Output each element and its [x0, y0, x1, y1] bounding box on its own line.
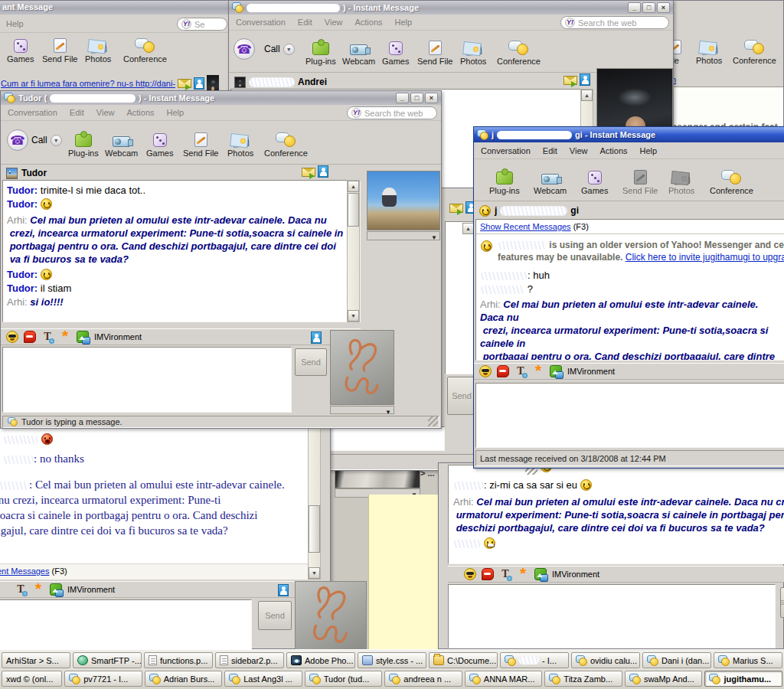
conversation-scrollbar[interactable]: ▲ ▼ — [347, 180, 360, 322]
message-input[interactable] — [448, 584, 776, 648]
search-web-box[interactable]: Y!Se — [177, 18, 227, 31]
maximize-button[interactable]: □ — [410, 93, 423, 103]
taskbar-button-adrian[interactable]: Adrian Burs... — [145, 671, 223, 687]
toolbar-call[interactable]: ☎Call▼ — [7, 129, 62, 151]
menu-help[interactable]: Help — [6, 19, 24, 28]
buddy-icon[interactable] — [318, 165, 328, 178]
taskbar-button-functions[interactable]: functions.p... — [144, 652, 213, 668]
envelope-icon[interactable] — [449, 204, 463, 213]
taskbar-button-xwd[interactable]: xwd © (onl... — [2, 671, 62, 687]
font-icon[interactable]: T — [15, 583, 27, 596]
toolbar-send-file[interactable]: Send File — [417, 37, 452, 66]
send-button-partial[interactable]: Send — [780, 587, 784, 618]
scroll-up-button[interactable]: ▲ — [348, 181, 359, 192]
toolbar-plugins[interactable]: Plug-ins — [489, 166, 520, 195]
toolbar-photos[interactable]: Photos — [460, 37, 486, 66]
menu-view[interactable]: View — [96, 108, 115, 117]
taskbar-button-anna[interactable]: ANNA MAR... — [465, 671, 543, 687]
toolbar-webcam[interactable]: Webcam — [342, 37, 375, 66]
close-button[interactable]: × — [425, 93, 438, 103]
toolbar-conference[interactable]: Conference — [123, 34, 167, 64]
send-button[interactable]: Send — [295, 348, 327, 376]
toolbar-webcam[interactable]: Webcam — [534, 166, 567, 195]
buzz-icon[interactable]: * — [517, 568, 529, 580]
status-message-link[interactable]: Cum ar fi lumea fara omenire? nu-s http:… — [1, 79, 175, 88]
title-bar[interactable]: ant Message — [0, 1, 229, 15]
message-input[interactable] — [2, 347, 292, 413]
toolbar-photos[interactable]: Photos — [85, 34, 111, 64]
scrollbar-thumb[interactable] — [348, 193, 359, 227]
minimize-button[interactable]: _ — [628, 2, 641, 13]
menu-conversation[interactable]: Conversation — [236, 18, 286, 27]
taskbar-button-lastang3l[interactable]: Last Ang3l ... — [224, 671, 302, 687]
search-web-box[interactable]: Y!Search the web — [560, 16, 669, 29]
conversation-scrollbar[interactable]: ▼ — [308, 425, 321, 580]
font-icon[interactable]: T — [41, 331, 54, 343]
taskbar-button-swamp[interactable]: swaMp And... — [625, 671, 703, 687]
send-button[interactable]: Send — [447, 377, 476, 415]
font-icon[interactable]: T — [499, 568, 511, 580]
toolbar-games[interactable]: Games — [581, 166, 608, 195]
photo-dropdown-row[interactable]: ▼ — [367, 231, 440, 240]
call-dropdown[interactable]: ▼ — [51, 135, 62, 146]
taskbar-button-arhistar[interactable]: ArhiStar > S... — [2, 652, 70, 668]
menu-conversation[interactable]: Conversation — [481, 146, 531, 155]
toolbar-games[interactable]: Games — [382, 37, 409, 66]
toolbar-games[interactable]: Games — [146, 129, 173, 158]
taskbar-button-smartftp[interactable]: SmartFTP -... — [73, 652, 142, 668]
toolbar-plugins[interactable]: Plug-ins — [305, 37, 336, 66]
menu-actions[interactable]: Actions — [354, 18, 382, 27]
imvironment-icon[interactable] — [550, 365, 562, 377]
search-web-box[interactable]: Y!Search the web — [347, 106, 437, 119]
toolbar-conference[interactable]: Conference — [264, 129, 308, 158]
toolbar-conference[interactable]: Conference — [710, 166, 753, 195]
title-bar[interactable]: j gi - Instant Message — [474, 127, 784, 142]
toolbar-photos[interactable]: Photos — [696, 36, 722, 65]
taskbar-button-dani[interactable]: Dani i (dan... — [642, 652, 711, 668]
message-input[interactable] — [475, 383, 784, 448]
recent-messages-link[interactable]: ent Messages — [0, 567, 49, 576]
menu-view[interactable]: View — [325, 18, 343, 27]
close-button[interactable]: × — [657, 2, 670, 13]
audibles-icon[interactable] — [482, 568, 494, 580]
call-dropdown[interactable]: ▼ — [283, 44, 295, 55]
photo-dropdown-row[interactable]: ▼ — [330, 406, 394, 414]
envelope-icon[interactable] — [178, 79, 191, 88]
menu-help[interactable]: Help — [640, 146, 658, 155]
buzz-icon[interactable]: * — [532, 365, 544, 377]
buddy-icon[interactable] — [580, 73, 590, 86]
envelope-icon[interactable] — [302, 168, 315, 177]
taskbar-button-tudor[interactable]: Tudor (tud... — [305, 671, 383, 687]
menu-edit[interactable]: Edit — [543, 146, 557, 155]
taskbar-button-jugithamugi-active[interactable]: jugithamu... — [704, 671, 782, 687]
menu-help[interactable]: Help — [167, 108, 185, 117]
emoticon-picker-icon[interactable] — [479, 365, 492, 377]
menu-help[interactable]: Help — [395, 18, 413, 27]
toolbar-send-file[interactable]: Send File — [42, 34, 77, 64]
toolbar-plugins[interactable]: Plug-ins — [68, 129, 99, 158]
buddy-icon[interactable] — [278, 584, 289, 596]
title-bar[interactable]: ) - Instant Message _□× — [229, 1, 673, 15]
taskbar-button-explorer[interactable]: C:\Docume... — [429, 652, 498, 668]
toolbar-photos[interactable]: Photos — [227, 129, 253, 158]
scroll-up-button[interactable]: ▲ — [462, 223, 474, 234]
emoticon-picker-icon[interactable] — [6, 331, 18, 343]
scroll-down-button[interactable]: ▼ — [348, 310, 359, 322]
upgrade-link[interactable]: Click here to invite jugithamugi to upgr… — [626, 252, 784, 263]
taskbar-button-andreea[interactable]: andreea n ... — [384, 671, 462, 687]
menu-view[interactable]: View — [570, 146, 588, 155]
recent-messages-link[interactable]: Show Recent Messages — [480, 222, 571, 231]
menu-actions[interactable]: Actions — [126, 108, 154, 117]
menu-actions[interactable]: Actions — [599, 146, 627, 155]
resize-grip[interactable] — [428, 416, 438, 426]
toolbar-games[interactable]: Games — [7, 34, 34, 64]
imvironment-icon[interactable] — [77, 331, 89, 343]
message-input[interactable] — [0, 599, 252, 650]
envelope-icon[interactable] — [564, 76, 577, 85]
toolbar-webcam[interactable]: Webcam — [105, 129, 138, 158]
minimize-button[interactable]: _ — [396, 93, 409, 103]
scroll-up-button[interactable]: ▲ — [581, 90, 593, 101]
title-bar[interactable]: Tudor ( ) - Instant Message _□× — [1, 91, 441, 105]
taskbar-button-photoshop[interactable]: Adobe Pho... — [286, 652, 355, 668]
send-button[interactable]: Send — [258, 601, 292, 630]
